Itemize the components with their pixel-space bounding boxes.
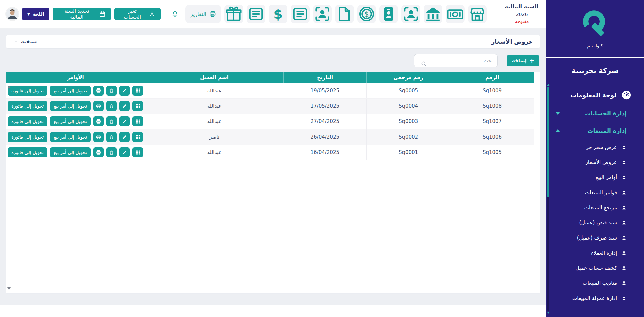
- sidebar-item-dashboard[interactable]: لوحة المعلومات: [546, 85, 644, 105]
- filter-toggle[interactable]: تصفية: [13, 39, 37, 45]
- table-row: Sq1006 Sq0002 26/04/2025 ناصر تحويل إلى …: [6, 129, 534, 145]
- cash-icon[interactable]: [446, 5, 465, 23]
- sidebar-item[interactable]: عروض الأسعار: [546, 155, 644, 170]
- printer-icon: [96, 150, 101, 155]
- supplier-frame-icon[interactable]: [313, 5, 332, 23]
- user-avatar[interactable]: [6, 8, 19, 20]
- date-cell: 17/05/2025: [284, 98, 367, 114]
- edit-button[interactable]: [119, 86, 130, 96]
- sidebar-item-label: فواتير المبيعات: [585, 190, 617, 196]
- main-area: السنة المالية 2026 مفتوحة $$ التقارير تغ…: [0, 0, 546, 317]
- table-scrollbar[interactable]: [6, 83, 11, 293]
- sidebar-item[interactable]: عرض سعر حر: [546, 140, 644, 155]
- select-fiscal-year-button[interactable]: تحديد السنة المالية: [53, 8, 111, 20]
- sidebar-scrollbar-thumb[interactable]: [547, 87, 549, 197]
- sidebar-item[interactable]: إدارة العملاء: [546, 245, 644, 260]
- delete-button[interactable]: [106, 132, 117, 142]
- grid-icon: [135, 119, 141, 124]
- sidebar-item[interactable]: سند صرف (عميل): [546, 230, 644, 245]
- sidebar-scroll-down-arrow[interactable]: [547, 312, 550, 314]
- delete-button[interactable]: [106, 86, 117, 96]
- grid-view-button[interactable]: [132, 132, 143, 142]
- sidebar-scrollbar[interactable]: [547, 84, 550, 314]
- reports-button[interactable]: التقارير: [185, 5, 221, 23]
- language-label: اللغة: [33, 11, 44, 17]
- fiscal-year-label: السنة المالية: [503, 3, 540, 11]
- grid-view-button[interactable]: [132, 86, 143, 96]
- sidebar-item[interactable]: مناديب المبيعات: [546, 275, 644, 290]
- chevron-down-icon: ▼: [27, 12, 30, 16]
- quote-number-cell: Sq1006: [450, 129, 534, 145]
- language-button[interactable]: اللغة ▼: [22, 8, 49, 20]
- convert-to-invoice-button[interactable]: تحويل إلى فاتورة: [8, 101, 47, 111]
- sidebar-scroll-up-arrow[interactable]: [547, 84, 550, 86]
- sidebar-item[interactable]: كشف حساب عميل: [546, 260, 644, 275]
- id-badge-icon[interactable]: [379, 5, 398, 23]
- convert-to-invoice-button[interactable]: تحويل إلى فاتورة: [8, 147, 47, 157]
- sidebar-item-label: سند قبض (عميل): [579, 220, 617, 226]
- change-account-button[interactable]: تغير الحساب: [114, 8, 161, 20]
- bank-icon[interactable]: [424, 5, 442, 23]
- document-icon[interactable]: [335, 5, 354, 23]
- add-button[interactable]: + إضافة: [507, 55, 539, 66]
- convert-to-sale-order-button[interactable]: تحويل إلى أمر بيع: [50, 86, 91, 96]
- grid-icon: [135, 150, 141, 155]
- date-cell: 16/04/2025: [284, 145, 367, 160]
- print-button[interactable]: [93, 116, 104, 126]
- grid-view-button[interactable]: [132, 116, 143, 126]
- table-scroll-down-arrow[interactable]: [7, 287, 11, 290]
- search-input[interactable]: [414, 54, 498, 67]
- print-button[interactable]: [93, 101, 104, 111]
- print-button[interactable]: [93, 132, 104, 142]
- actions-cell: تحويل إلى أمر بيع تحويل إلى فاتورة: [6, 145, 145, 160]
- convert-to-sale-order-button[interactable]: تحويل إلى أمر بيع: [50, 116, 91, 126]
- delete-button[interactable]: [106, 101, 117, 111]
- grid-view-button[interactable]: [132, 147, 143, 157]
- sidebar-item[interactable]: مرتجع المبيعات: [546, 200, 644, 215]
- customer-frame-icon[interactable]: [401, 5, 420, 23]
- delete-button[interactable]: [106, 147, 117, 157]
- edit-button[interactable]: [119, 116, 130, 126]
- person-icon: [621, 145, 627, 150]
- sidebar-item[interactable]: فواتير المبيعات: [546, 185, 644, 200]
- sidebar-item[interactable]: سند قبض (عميل): [546, 215, 644, 230]
- sidebar-item-label: مناديب المبيعات: [583, 280, 617, 286]
- person-icon: [621, 265, 627, 271]
- pencil-icon: [122, 103, 127, 109]
- invoice-icon[interactable]: [291, 5, 310, 23]
- sidebar-section-accounts[interactable]: إدارة الحسابات: [546, 105, 644, 122]
- svg-text:$: $: [364, 10, 369, 18]
- convert-to-sale-order-button[interactable]: تحويل إلى أمر بيع: [50, 147, 91, 157]
- gift-icon[interactable]: [224, 5, 243, 23]
- print-button[interactable]: [93, 147, 104, 157]
- bill-list-icon[interactable]: [247, 5, 265, 23]
- convert-to-sale-order-button[interactable]: تحويل إلى أمر بيع: [50, 101, 91, 111]
- logo-area: كـوانـتـم: [546, 0, 644, 58]
- convert-to-invoice-button[interactable]: تحويل إلى فاتورة: [8, 86, 47, 96]
- edit-button[interactable]: [119, 132, 130, 142]
- grid-view-button[interactable]: [132, 101, 143, 111]
- quantum-logo-icon: [579, 9, 611, 41]
- company-name: شركة تجريبية: [546, 58, 644, 84]
- sidebar-item-label: إدارة عمولة المبيعات: [572, 295, 617, 301]
- print-button[interactable]: [93, 86, 104, 96]
- notifications-bell-button[interactable]: [171, 10, 179, 18]
- topbar: السنة المالية 2026 مفتوحة $$ التقارير تغ…: [0, 0, 546, 29]
- sidebar-item[interactable]: إدارة عمولة المبيعات: [546, 290, 644, 306]
- store-icon[interactable]: [468, 5, 487, 23]
- coin-icon[interactable]: $: [357, 5, 376, 23]
- convert-to-invoice-button[interactable]: تحويل إلى فاتورة: [8, 132, 47, 142]
- table-toolbar: + إضافة: [6, 54, 540, 67]
- dollar-icon[interactable]: $: [269, 5, 287, 23]
- convert-to-invoice-button[interactable]: تحويل إلى فاتورة: [8, 116, 47, 126]
- sidebar-item[interactable]: أوامر البيع: [546, 170, 644, 185]
- edit-button[interactable]: [119, 147, 130, 157]
- table-row: Sq1009 Sq0005 19/05/2025 عبدالله تحويل إ…: [6, 83, 534, 98]
- delete-button[interactable]: [106, 116, 117, 126]
- convert-to-sale-order-button[interactable]: تحويل إلى أمر بيع: [50, 132, 91, 142]
- printer-icon: [96, 88, 101, 93]
- table-scroll-up-arrow[interactable]: [7, 86, 11, 88]
- sidebar-section-sales[interactable]: إدارة المبيعات: [546, 122, 644, 140]
- row-actions: تحويل إلى أمر بيع تحويل إلى فاتورة: [6, 132, 145, 142]
- edit-button[interactable]: [119, 101, 130, 111]
